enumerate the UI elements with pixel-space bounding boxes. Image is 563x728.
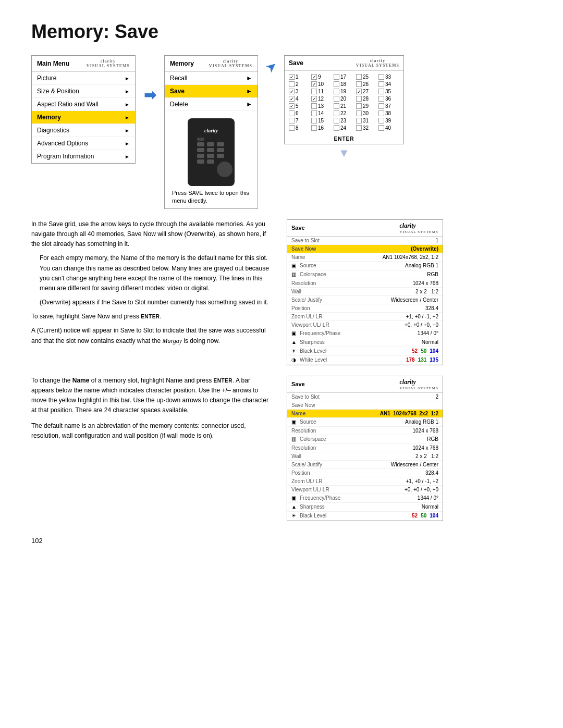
- checkbox-30: [356, 110, 362, 116]
- checkbox-15: [311, 118, 317, 124]
- grid-cell-17: 17: [334, 74, 354, 80]
- grid-cell-13: 13: [311, 103, 332, 109]
- save-grid-panel: Save clarity VISUAL SYSTEMS ✓1 ✓9 17 25 …: [284, 55, 404, 144]
- memory-item-delete[interactable]: Delete ►: [165, 98, 258, 111]
- checkbox-7: [289, 118, 295, 124]
- grid-cell-10: ✓10: [311, 81, 332, 87]
- main-menu-title: Main Menu: [37, 60, 69, 67]
- checkbox-23: [334, 118, 339, 124]
- memory-item-save[interactable]: Save ►: [165, 85, 258, 98]
- grid-cell-19: 19: [334, 89, 354, 94]
- checkbox-13: [311, 103, 317, 109]
- grid-cell-6: 6: [289, 110, 310, 116]
- grid-cell-23: 23: [334, 118, 354, 124]
- memory-menu-header: Memory clarity VISUAL SYSTEMS: [165, 56, 258, 72]
- checkbox-24: [334, 125, 339, 131]
- detail-panels-container: Save clarity VISUAL SYSTEMS Save to Slot…: [287, 219, 443, 365]
- checkbox-21: [334, 103, 339, 109]
- grid-cell-29: 29: [356, 103, 377, 109]
- dp1-white-level: ◑White Level 178131135: [287, 356, 443, 365]
- checkbox-25: [356, 74, 362, 80]
- arrow-icon: ►: [125, 128, 130, 133]
- dp1-sharpness: ▲Sharpness Normal: [287, 338, 443, 347]
- checkbox-22: [334, 110, 339, 116]
- arrow-icon: ►: [246, 101, 252, 108]
- memory-item-recall[interactable]: Recall ►: [165, 72, 258, 85]
- checkbox-26: [356, 81, 362, 87]
- memory-clarity-logo: clarity VISUAL SYSTEMS: [209, 59, 252, 68]
- checkbox-1: ✓: [289, 74, 295, 80]
- checkbox-33: [378, 74, 384, 80]
- grid-cell-37: 37: [378, 103, 399, 109]
- grid-cell-7: 7: [289, 118, 310, 124]
- menu-item-size-position[interactable]: Size & Position ►: [32, 85, 135, 98]
- grid-cell-36: 36: [378, 96, 399, 102]
- dp2-zoom: Zoom UL/ LR +1, +0 / -1, +2: [287, 477, 443, 486]
- grid-cell-26: 26: [356, 81, 377, 87]
- grid-cell-32: 32: [356, 125, 377, 131]
- grid-cell-25: 25: [356, 74, 377, 80]
- grid-cell-9: ✓9: [311, 74, 332, 80]
- dp1-position: Position 328.4: [287, 304, 443, 313]
- arrow-to-memory: ➡: [144, 55, 156, 104]
- dp2-freq-phase: ▣Frequency/Phase 1344 / 0°: [287, 494, 443, 503]
- grid-cell-34: 34: [378, 81, 399, 87]
- detail-panel-2-logo: clarity VISUAL SYSTEMS: [400, 378, 439, 390]
- right-arrow-icon: ➡: [144, 87, 156, 104]
- dp1-black-level: ☀Black Level 5250104: [287, 347, 443, 356]
- brightness-icon: ☀: [291, 513, 298, 519]
- enter-label: ENTER: [285, 134, 403, 144]
- main-body-text: In the Save grid, use the arrow keys to …: [31, 219, 271, 365]
- checkbox-11: [311, 89, 317, 94]
- dp2-save-to-slot: Save to Slot 2: [287, 393, 443, 401]
- menu-item-aspect-ratio[interactable]: Aspect Ratio and Wall ►: [32, 98, 135, 111]
- up-arrow-icon: ➤: [263, 59, 279, 75]
- dp2-scale-justify: Scale/ Justify Widescreen / Center: [287, 461, 443, 469]
- checkbox-5: ✓: [289, 103, 295, 109]
- checkbox-28: [356, 96, 362, 102]
- menu-item-diagnostics[interactable]: Diagnostics ►: [32, 124, 135, 137]
- monitor2-icon: ▣: [291, 495, 298, 501]
- checkbox-39: [378, 118, 384, 124]
- grid-cell-12: ✓12: [311, 96, 332, 102]
- press-save-text: Press SAVE twice to open this menu direc…: [172, 189, 250, 205]
- brightness-icon: ☀: [291, 348, 298, 354]
- menu-item-picture[interactable]: Picture ►: [32, 72, 135, 85]
- dp2-position: Position 328.4: [287, 469, 443, 477]
- checkbox-16: [311, 125, 317, 131]
- dp1-name: Name AN1 1024x768, 2x2, 1:2: [287, 253, 443, 262]
- dp1-save-to-slot: Save to Slot 1: [287, 237, 443, 245]
- checkbox-4: ✓: [289, 96, 295, 102]
- body-paragraph-3: (Overwrite) appears if the Save to Slot …: [31, 298, 271, 307]
- down-arrow-icon: ▼: [338, 146, 350, 160]
- checkbox-29: [356, 103, 362, 109]
- detail-panel-1-header: Save clarity VISUAL SYSTEMS: [287, 220, 443, 237]
- dp2-colorspace: ▥Colorspace RGB: [287, 435, 443, 444]
- detail-panel-2-header: Save clarity VISUAL SYSTEMS: [287, 376, 443, 393]
- menu-item-advanced-options[interactable]: Advanced Options ►: [32, 137, 135, 150]
- save-grid-numbers: ✓1 ✓9 17 25 33 2 ✓10 18 26 34 ✓3 11 19 ✓…: [285, 71, 403, 134]
- dp1-resolution: Resolution 1024 x 768: [287, 279, 443, 288]
- sharpness-icon: ▲: [291, 504, 298, 510]
- grid-cell-31: 31: [356, 118, 377, 124]
- arrow-icon: ►: [125, 154, 130, 159]
- body-paragraph-5: A (Current) notice will appear in Save t…: [31, 326, 271, 346]
- checkbox-32: [356, 125, 362, 131]
- arrow-icon: ►: [125, 89, 130, 94]
- grid-cell-8: 8: [289, 125, 310, 131]
- menu-item-memory[interactable]: Memory ►: [32, 111, 135, 124]
- dp1-zoom: Zoom UL/ LR +1, +0 / -1, +2: [287, 313, 443, 321]
- checkbox-31: [356, 118, 362, 124]
- main-menu-panel: Main Menu clarity VISUAL SYSTEMS Picture…: [31, 55, 136, 164]
- checkbox-18: [334, 81, 339, 87]
- grid-cell-39: 39: [378, 118, 399, 124]
- dp2-viewport: Viewport UL/ LR +0, +0 / +0, +0: [287, 486, 443, 494]
- grid-cell-38: 38: [378, 110, 399, 116]
- checkbox-3: ✓: [289, 89, 295, 94]
- grid-cell-40: 40: [378, 125, 399, 131]
- checkbox-38: [378, 110, 384, 116]
- grid-cell-18: 18: [334, 81, 354, 87]
- menu-item-program-info[interactable]: Program Information ►: [32, 150, 135, 163]
- grid-cell-3: ✓3: [289, 89, 310, 94]
- checkbox-14: [311, 110, 317, 116]
